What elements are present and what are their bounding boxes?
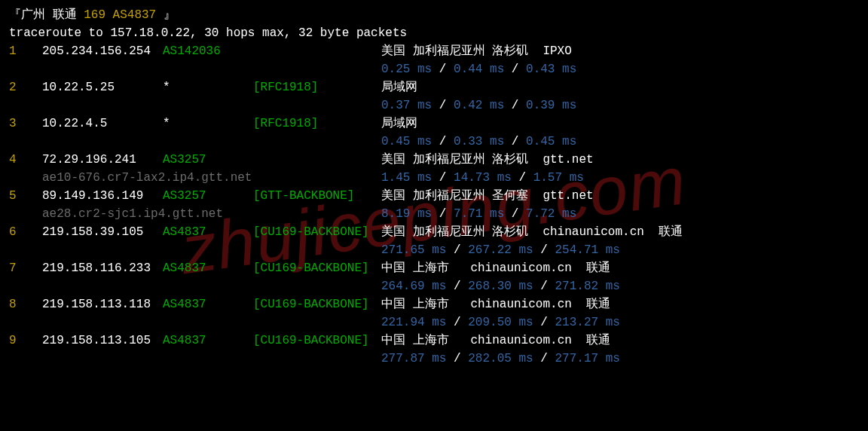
hop-latency: 264.69 ms / 268.30 ms / 271.82 ms: [9, 277, 859, 295]
latency-separator: /: [533, 316, 555, 329]
hop-number: 7: [9, 259, 42, 277]
latency-2: 0.33 ms: [454, 135, 504, 148]
hop-number: 9: [9, 332, 42, 350]
hop-row: 8219.158.113.118AS4837[CU169-BACKBONE]中国…: [9, 295, 859, 313]
latency-separator: /: [504, 135, 526, 148]
hop-bracket: [RFC1918]: [253, 115, 381, 133]
hop-ip: 10.22.5.25: [42, 78, 163, 96]
latency-separator: /: [446, 352, 468, 365]
hop-ip: 219.158.116.233: [42, 259, 163, 277]
hop-latency: 0.45 ms / 0.33 ms / 0.45 ms: [9, 133, 859, 151]
hop-hostname: ae10-676.cr7-lax2.ip4.gtt.net: [9, 169, 252, 187]
hop-location: 局域网: [381, 78, 417, 96]
latency-3: 0.45 ms: [526, 135, 576, 148]
hop-number: 6: [9, 223, 42, 241]
hop-location: 局域网: [381, 115, 417, 133]
header-suffix: 』: [156, 8, 176, 22]
hop-ip: 219.158.39.105: [42, 223, 163, 241]
hop-asn: *: [163, 78, 253, 96]
hop-bracket: [RFC1918]: [253, 78, 381, 96]
latency-3: 213.27 ms: [555, 316, 619, 329]
hop-row: 7219.158.116.233AS4837[CU169-BACKBONE]中国…: [9, 259, 859, 277]
latency-2: 0.44 ms: [454, 63, 504, 76]
hops-list: 1205.234.156.254AS142036美国 加利福尼亚州 洛杉矶 IP…: [9, 42, 859, 368]
hop-asn: AS4837: [163, 259, 253, 277]
hop-bracket: [GTT-BACKBONE]: [253, 187, 381, 205]
hop-asn: AS3257: [163, 151, 253, 169]
hop-row: 1205.234.156.254AS142036美国 加利福尼亚州 洛杉矶 IP…: [9, 42, 859, 60]
latency-separator: /: [446, 243, 468, 257]
latency-1: 0.37 ms: [381, 99, 432, 112]
hop-number: 5: [9, 187, 42, 205]
latency-1: 1.45 ms: [381, 171, 432, 185]
header-prefix: 『广州 联通: [9, 8, 84, 22]
hop-ip: 219.158.113.105: [42, 332, 163, 350]
hop-bracket: [CU169-BACKBONE]: [253, 295, 381, 313]
latency-1: 277.87 ms: [381, 352, 446, 365]
hop-number: 8: [9, 295, 42, 313]
latency-separator: /: [504, 207, 526, 221]
latency-separator: /: [533, 243, 555, 257]
latency-1: 8.19 ms: [381, 207, 432, 221]
latency-2: 0.42 ms: [454, 99, 504, 112]
hop-latency: 0.25 ms / 0.44 ms / 0.43 ms: [9, 60, 859, 78]
header-asn: 169 AS4837: [84, 8, 156, 22]
hop-bracket: [CU169-BACKBONE]: [253, 332, 381, 350]
latency-2: 14.73 ms: [454, 171, 512, 185]
hop-row: 472.29.196.241AS3257美国 加利福尼亚州 洛杉矶 gtt.ne…: [9, 151, 859, 169]
latency-1: 264.69 ms: [381, 280, 446, 293]
hop-asn: AS4837: [163, 223, 253, 241]
hop-hostname: ae28.cr2-sjc1.ip4.gtt.net: [9, 205, 223, 223]
latency-1: 271.65 ms: [381, 243, 446, 257]
hop-location: 美国 加利福尼亚州 圣何塞 gtt.net: [381, 187, 594, 205]
latency-separator: /: [432, 171, 454, 185]
hop-location: 美国 加利福尼亚州 洛杉矶 chinaunicom.cn 联通: [381, 223, 683, 241]
latency-3: 0.39 ms: [526, 99, 576, 112]
latency-3: 0.43 ms: [526, 63, 576, 76]
hop-location: 中国 上海市 chinaunicom.cn 联通: [381, 332, 610, 350]
latency-separator: /: [446, 280, 468, 293]
hop-row: 9219.158.113.105AS4837[CU169-BACKBONE]中国…: [9, 332, 859, 350]
hop-number: 2: [9, 78, 42, 96]
latency-3: 7.72 ms: [526, 207, 576, 221]
latency-2: 268.30 ms: [468, 280, 533, 293]
latency-1: 0.25 ms: [381, 63, 432, 76]
hop-location: 中国 上海市 chinaunicom.cn 联通: [381, 295, 610, 313]
traceroute-command: traceroute to 157.18.0.22, 30 hops max, …: [9, 24, 859, 42]
latency-separator: /: [504, 99, 526, 112]
latency-separator: /: [533, 280, 555, 293]
latency-2: 7.71 ms: [454, 207, 504, 221]
latency-1: 0.45 ms: [381, 135, 432, 148]
hop-asn: *: [163, 115, 253, 133]
hop-location: 美国 加利福尼亚州 洛杉矶 gtt.net: [381, 151, 594, 169]
hop-row: 310.22.4.5*[RFC1918]局域网: [9, 115, 859, 133]
hop-ip: 205.234.156.254: [42, 42, 163, 60]
hop-asn: AS4837: [163, 295, 253, 313]
hop-ip: 10.22.4.5: [42, 115, 163, 133]
hop-latency: 277.87 ms / 282.05 ms / 277.17 ms: [9, 350, 859, 368]
hop-number: 4: [9, 151, 42, 169]
hop-latency: 271.65 ms / 267.22 ms / 254.71 ms: [9, 241, 859, 259]
hop-row: 589.149.136.149AS3257[GTT-BACKBONE]美国 加利…: [9, 187, 859, 205]
latency-separator: /: [432, 207, 454, 221]
hop-location: 中国 上海市 chinaunicom.cn 联通: [381, 259, 610, 277]
latency-2: 267.22 ms: [468, 243, 533, 257]
latency-separator: /: [504, 63, 526, 76]
hop-row: 6219.158.39.105AS4837[CU169-BACKBONE]美国 …: [9, 223, 859, 241]
latency-separator: /: [432, 135, 454, 148]
hop-asn: AS3257: [163, 187, 253, 205]
terminal-output: 『广州 联通 169 AS4837 』 traceroute to 157.18…: [9, 6, 859, 368]
hop-bracket: [CU169-BACKBONE]: [253, 223, 381, 241]
hop-latency: 0.37 ms / 0.42 ms / 0.39 ms: [9, 96, 859, 115]
hop-ip: 72.29.196.241: [42, 151, 163, 169]
hop-ip: 89.149.136.149: [42, 187, 163, 205]
latency-2: 209.50 ms: [468, 316, 533, 329]
latency-separator: /: [512, 171, 533, 185]
latency-3: 271.82 ms: [555, 280, 619, 293]
hop-location: 美国 加利福尼亚州 洛杉矶 IPXO: [381, 42, 572, 60]
latency-3: 254.71 ms: [555, 243, 619, 257]
latency-2: 282.05 ms: [468, 352, 533, 365]
latency-separator: /: [446, 316, 468, 329]
latency-separator: /: [533, 352, 555, 365]
latency-3: 1.57 ms: [533, 171, 584, 185]
